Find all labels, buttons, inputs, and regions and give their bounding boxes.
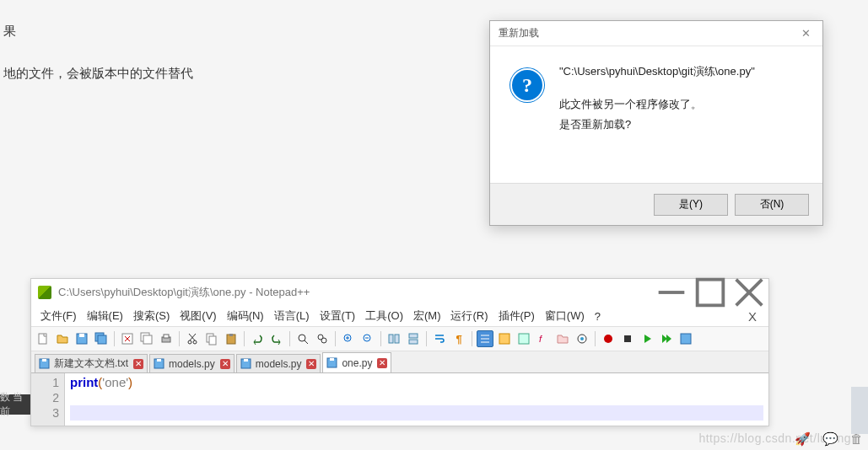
svg-rect-8 xyxy=(98,335,106,344)
separator xyxy=(335,331,336,346)
menubar-close-doc[interactable]: X xyxy=(741,309,763,324)
zoomin-icon[interactable] xyxy=(340,330,357,347)
redo-icon[interactable] xyxy=(268,330,285,347)
chat-icon[interactable]: 💬 xyxy=(822,431,838,447)
no-button[interactable]: 否(N) xyxy=(735,194,809,216)
menu-help[interactable]: ? xyxy=(590,308,605,324)
dialog-close-button[interactable]: ✕ xyxy=(789,21,822,46)
tab-label: models.py xyxy=(169,358,215,370)
paste-icon[interactable] xyxy=(223,330,240,347)
tab-close-icon[interactable]: ✕ xyxy=(377,358,387,368)
maximize-button[interactable] xyxy=(691,279,730,306)
file-icon xyxy=(39,358,51,370)
dialog-line2: 是否重新加载? xyxy=(559,118,631,131)
menu-macro[interactable]: 宏(M) xyxy=(409,307,445,325)
svg-rect-4 xyxy=(39,334,46,344)
indent-guide-icon[interactable] xyxy=(477,330,493,347)
separator xyxy=(380,331,381,346)
svg-point-44 xyxy=(580,337,584,340)
dialog-title: 重新加载 xyxy=(499,26,539,40)
playmulti-icon[interactable] xyxy=(658,330,675,347)
separator xyxy=(114,331,115,346)
svg-rect-21 xyxy=(209,336,216,345)
svg-point-24 xyxy=(299,335,305,341)
yes-button[interactable]: 是(Y) xyxy=(654,194,728,216)
undo-icon[interactable] xyxy=(249,330,266,347)
funclist-icon[interactable]: f xyxy=(535,330,552,347)
menu-tools[interactable]: 工具(O) xyxy=(361,307,407,325)
svg-rect-15 xyxy=(164,335,169,338)
code-line-2 xyxy=(70,390,763,405)
folder-icon[interactable] xyxy=(554,330,571,347)
rocket-icon[interactable]: 🚀 xyxy=(795,431,811,447)
record-icon[interactable] xyxy=(600,330,617,347)
zoomout-icon[interactable] xyxy=(359,330,376,347)
dialog-body: ? "C:\Users\pyhui\Desktop\git演练\one.py" … xyxy=(490,46,822,149)
svg-point-27 xyxy=(321,338,326,343)
tab-1[interactable]: 新建文本文档.txt ✕ xyxy=(35,354,148,372)
close-button[interactable] xyxy=(730,279,768,306)
udl-icon[interactable] xyxy=(496,330,513,347)
tab-close-icon[interactable]: ✕ xyxy=(220,359,230,369)
separator xyxy=(179,331,180,346)
menu-language[interactable]: 语言(L) xyxy=(270,307,314,325)
svg-line-19 xyxy=(189,334,195,340)
menu-settings[interactable]: 设置(T) xyxy=(315,307,360,325)
close-doc-icon[interactable] xyxy=(119,330,136,347)
dialog-filepath: "C:\Users\pyhui\Desktop\git演练\one.py" xyxy=(559,62,755,81)
tab-3[interactable]: models.py ✕ xyxy=(236,354,321,372)
left-strip: 数 当前 xyxy=(0,394,30,415)
new-icon[interactable] xyxy=(35,330,51,347)
svg-point-16 xyxy=(188,340,191,344)
svg-line-25 xyxy=(305,340,308,344)
svg-rect-33 xyxy=(389,335,393,343)
trash-icon[interactable]: 🗑 xyxy=(850,431,863,447)
menu-search[interactable]: 搜索(S) xyxy=(129,307,174,325)
svg-rect-6 xyxy=(79,334,84,337)
tab-label: models.py xyxy=(256,358,302,370)
sync-h-icon[interactable] xyxy=(405,330,422,347)
menu-view[interactable]: 视图(V) xyxy=(175,307,220,325)
svg-rect-40 xyxy=(499,334,509,344)
print-icon[interactable] xyxy=(158,330,175,347)
menu-encoding[interactable]: 编码(N) xyxy=(223,307,268,325)
svg-rect-47 xyxy=(681,334,691,344)
line-number: 2 xyxy=(31,390,59,405)
save-icon[interactable] xyxy=(73,330,90,347)
editor-area[interactable]: 1 2 3 print('one') xyxy=(31,373,768,426)
tab-close-icon[interactable]: ✕ xyxy=(133,359,143,369)
tab-2[interactable]: models.py ✕ xyxy=(149,354,235,372)
cut-icon[interactable] xyxy=(184,330,201,347)
tab-4-active[interactable]: one.py ✕ xyxy=(322,352,391,372)
svg-rect-35 xyxy=(409,334,418,338)
code-line-3-current xyxy=(70,405,763,421)
closeall-icon[interactable] xyxy=(138,330,155,347)
menu-run[interactable]: 运行(R) xyxy=(446,307,492,325)
window-title: C:\Users\pyhui\Desktop\git演练\one.py - No… xyxy=(58,285,652,300)
sync-v-icon[interactable] xyxy=(385,330,402,347)
showall-icon[interactable]: ¶ xyxy=(450,330,467,347)
menu-file[interactable]: 文件(F) xyxy=(36,307,81,325)
docmap-icon[interactable] xyxy=(515,330,532,347)
menu-edit[interactable]: 编辑(E) xyxy=(83,307,127,325)
stop-icon[interactable] xyxy=(619,330,636,347)
app-icon xyxy=(38,286,51,299)
line-number: 1 xyxy=(31,375,59,390)
replace-icon[interactable] xyxy=(314,330,331,347)
saveall-icon[interactable] xyxy=(93,330,110,347)
minimize-button[interactable] xyxy=(652,279,691,306)
wordwrap-icon[interactable] xyxy=(431,330,448,347)
tab-close-icon[interactable]: ✕ xyxy=(306,359,316,369)
menu-plugins[interactable]: 插件(P) xyxy=(494,307,539,325)
play-icon[interactable] xyxy=(639,330,655,347)
open-icon[interactable] xyxy=(54,330,71,347)
monitor-icon[interactable] xyxy=(574,330,590,347)
menu-window[interactable]: 窗口(W) xyxy=(541,307,589,325)
code-content[interactable]: print('one') xyxy=(65,373,768,426)
reload-dialog: 重新加载 ✕ ? "C:\Users\pyhui\Desktop\git演练\o… xyxy=(489,20,823,226)
svg-rect-1 xyxy=(698,280,724,306)
svg-point-17 xyxy=(193,340,197,344)
find-icon[interactable] xyxy=(294,330,311,347)
copy-icon[interactable] xyxy=(203,330,220,347)
savemacro-icon[interactable] xyxy=(677,330,694,347)
